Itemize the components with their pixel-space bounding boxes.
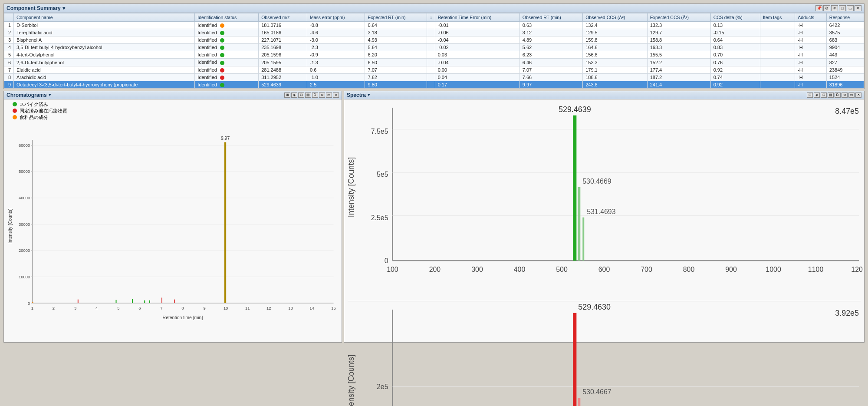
cell-component-name: Terephthalic acid xyxy=(14,29,195,36)
cell-component-name: 3,5-Di-tert-butyl-4-hydroxybenzyl alcoho… xyxy=(14,44,195,51)
hash-button[interactable]: # xyxy=(831,5,838,11)
component-summary-dropdown[interactable]: ▾ xyxy=(62,5,65,11)
cell-obs-mz: 181.0716 xyxy=(259,22,307,29)
table-row[interactable]: 3 Bisphenol A Identified 227.1071 -3.0 4… xyxy=(4,36,864,44)
col-item-tags[interactable]: Item tags xyxy=(760,13,795,22)
cell-obs-ccs: 179.1 xyxy=(583,66,647,73)
table-row[interactable]: 4 3,5-Di-tert-butyl-4-hydroxybenzyl alco… xyxy=(4,44,864,51)
cell-id-status: Identified xyxy=(195,73,259,81)
svg-text:60000: 60000 xyxy=(19,143,30,148)
table-container: Component name Identification status Obs… xyxy=(4,13,864,89)
svg-text:1000: 1000 xyxy=(766,266,781,273)
spec-btn2[interactable]: ◈ xyxy=(814,92,820,98)
table-row[interactable]: 8 Arachidic acid Identified 311.2952 -1.… xyxy=(4,73,864,81)
cell-ccs-delta: 0.64 xyxy=(710,36,760,44)
close-button[interactable]: ✕ xyxy=(855,5,861,11)
cell-exp-ccs: 152.2 xyxy=(647,59,710,66)
svg-text:529.4639: 529.4639 xyxy=(559,105,591,114)
svg-text:9.97: 9.97 xyxy=(221,136,230,141)
cell-adducts: -H xyxy=(795,29,827,36)
cell-expected-rt: 7.62 xyxy=(365,73,427,81)
col-exp-ccs[interactable]: Expected CCS (Å²) xyxy=(647,13,710,22)
status-dot xyxy=(220,31,224,35)
component-summary-label: Component Summary xyxy=(7,5,61,11)
chrom-btn4[interactable]: ▤ xyxy=(305,92,311,98)
chromatogram-dropdown[interactable]: ▾ xyxy=(49,92,51,98)
svg-text:30000: 30000 xyxy=(19,221,30,226)
spec-btn6[interactable]: ⊕ xyxy=(842,92,848,98)
chrom-btn6[interactable]: ⊕ xyxy=(319,92,325,98)
col-response[interactable]: Response xyxy=(826,13,864,22)
row-number: 3 xyxy=(4,36,14,44)
table-row[interactable]: 5 4-tert-Octylphenol Identified 205.1596… xyxy=(4,51,864,59)
status-dot xyxy=(220,76,224,80)
cell-rt-sort xyxy=(427,81,435,88)
table-row[interactable]: 6 2,6-Di-tert-butylphenol Identified 205… xyxy=(4,59,864,66)
cell-exp-ccs: 241.4 xyxy=(647,81,710,88)
col-id-status[interactable]: Identification status xyxy=(195,13,259,22)
expand-button[interactable]: □ xyxy=(839,5,846,11)
table-row[interactable]: 9 Octadecyl 3-(3,5-di-tert-butyl-4-hydro… xyxy=(4,81,864,88)
col-obs-mz[interactable]: Observed m/z xyxy=(259,13,307,22)
cell-adducts: -H xyxy=(795,81,827,88)
col-component-name[interactable]: Component name xyxy=(14,13,195,22)
col-obs-rt[interactable]: Observed RT (min) xyxy=(519,13,582,22)
component-summary-panel: Component Summary ▾ 📌 ⚙ # □ ▭ ✕ Componen… xyxy=(3,3,865,89)
svg-text:13: 13 xyxy=(288,305,293,310)
svg-text:529.4630: 529.4630 xyxy=(578,302,611,311)
chrom-close[interactable]: ✕ xyxy=(333,92,339,98)
cell-obs-ccs: 132.4 xyxy=(583,22,647,29)
cell-exp-ccs: 132.3 xyxy=(647,22,710,29)
spec-btn3[interactable]: ⊡ xyxy=(821,92,827,98)
spec-btn4[interactable]: ▤ xyxy=(828,92,834,98)
status-dot xyxy=(220,53,224,57)
cell-obs-mz: 281.2488 xyxy=(259,66,307,73)
cell-adducts: -H xyxy=(795,66,827,73)
chromatogram-legend: スパイク済み 同定済み遍在汚染物質 食料品の成分 xyxy=(4,99,342,121)
svg-text:900: 900 xyxy=(725,266,737,273)
cell-mass-error: -4.6 xyxy=(307,29,365,36)
cell-ccs-delta: 0.70 xyxy=(710,51,760,59)
cell-item-tags xyxy=(760,29,795,36)
cell-expected-rt: 7.07 xyxy=(365,66,427,73)
cell-obs-rt: 9.97 xyxy=(519,81,582,88)
table-row[interactable]: 2 Terephthalic acid Identified 165.0186 … xyxy=(4,29,864,36)
table-row[interactable]: 7 Elaidic acid Identified 281.2488 0.6 7… xyxy=(4,66,864,73)
chrom-btn5[interactable]: 🗋 xyxy=(312,92,318,98)
col-obs-ccs[interactable]: Observed CCS (Å²) xyxy=(583,13,647,22)
col-mass-error[interactable]: Mass error (ppm) xyxy=(307,13,365,22)
restore-button[interactable]: ▭ xyxy=(847,5,854,11)
settings-button[interactable]: ⚙ xyxy=(823,5,830,11)
svg-text:Intensity [Counts]: Intensity [Counts] xyxy=(347,354,355,406)
cell-response: 6422 xyxy=(826,22,864,29)
spec-restore[interactable]: ▭ xyxy=(848,92,855,98)
svg-text:Intensity [Counts]: Intensity [Counts] xyxy=(8,208,13,244)
cell-rt-error: 0.17 xyxy=(435,81,519,88)
cell-ccs-delta: -0.15 xyxy=(710,29,760,36)
pin-button[interactable]: 📌 xyxy=(815,5,822,11)
cell-mass-error: 0.6 xyxy=(307,66,365,73)
col-adducts[interactable]: Adducts xyxy=(795,13,827,22)
cell-item-tags xyxy=(760,22,795,29)
col-rt-error[interactable]: Retention Time Error (min) xyxy=(435,13,519,22)
col-expected-rt[interactable]: Expected RT (min) xyxy=(365,13,427,22)
spec-close[interactable]: ✕ xyxy=(855,92,861,98)
cell-mass-error: -2.3 xyxy=(307,44,365,51)
spec-btn1[interactable]: ⊞ xyxy=(807,92,813,98)
svg-text:530.4669: 530.4669 xyxy=(582,178,611,185)
table-row[interactable]: 1 D-Sorbitol Identified 181.0716 -0.8 0.… xyxy=(4,22,864,29)
spec-btn5[interactable]: 🗋 xyxy=(835,92,841,98)
cell-obs-rt: 4.89 xyxy=(519,36,582,44)
chrom-btn1[interactable]: ⊞ xyxy=(284,92,290,98)
chrom-restore[interactable]: ▭ xyxy=(326,92,332,98)
cell-response: 31896 xyxy=(826,81,864,88)
spectra-bottom-svg: 0 2e5 Intensity [Counts] 100 200 300 400… xyxy=(345,302,863,406)
cell-rt-error: -0.04 xyxy=(435,59,519,66)
svg-text:531.4693: 531.4693 xyxy=(587,208,615,215)
spectra-dropdown[interactable]: ▾ xyxy=(368,92,370,98)
chrom-btn3[interactable]: ⊡ xyxy=(298,92,304,98)
col-rt-sort[interactable]: ↕ xyxy=(427,13,435,22)
chrom-btn2[interactable]: ◈ xyxy=(291,92,297,98)
cell-ccs-delta: 0.74 xyxy=(710,73,760,81)
col-ccs-delta[interactable]: CCS delta (%) xyxy=(710,13,760,22)
